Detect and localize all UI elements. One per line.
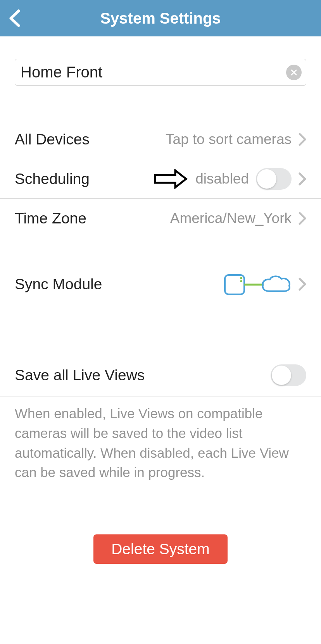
all-devices-value: Tap to sort cameras [166, 131, 292, 148]
svg-point-1 [240, 277, 242, 279]
sync-module-cloud-icon [223, 273, 292, 296]
delete-system-button[interactable]: Delete System [93, 534, 228, 564]
chevron-right-icon [299, 212, 306, 225]
scheduling-value: disabled [195, 171, 249, 187]
timezone-row[interactable]: Time Zone America/New_York [0, 199, 321, 238]
save-live-views-row: Save all Live Views [0, 354, 321, 397]
timezone-value: America/New_York [170, 210, 292, 227]
chevron-right-icon [299, 172, 306, 185]
scheduling-toggle[interactable] [256, 168, 292, 190]
sync-module-label: Sync Module [15, 276, 102, 293]
annotation-arrow-icon [154, 169, 188, 189]
svg-point-2 [240, 280, 242, 282]
timezone-label: Time Zone [15, 210, 86, 227]
clear-input-button[interactable] [286, 65, 302, 80]
save-live-views-label: Save all Live Views [15, 367, 145, 384]
scheduling-row[interactable]: Scheduling disabled [0, 159, 321, 199]
save-live-views-description: When enabled, Live Views on compatible c… [0, 397, 321, 483]
system-name-input[interactable] [15, 59, 306, 86]
scheduling-label: Scheduling [15, 170, 90, 187]
back-button[interactable] [9, 9, 21, 27]
chevron-right-icon [299, 133, 306, 146]
system-name-row [15, 59, 306, 86]
toggle-knob [272, 366, 291, 385]
chevron-left-icon [9, 9, 21, 27]
all-devices-label: All Devices [15, 131, 90, 148]
chevron-right-icon [299, 278, 306, 291]
page-title: System Settings [0, 10, 321, 27]
all-devices-row[interactable]: All Devices Tap to sort cameras [0, 120, 321, 159]
header: System Settings [0, 0, 321, 36]
close-icon [290, 69, 298, 76]
sync-module-row[interactable]: Sync Module [0, 264, 321, 304]
toggle-knob [257, 169, 276, 189]
save-live-views-toggle[interactable] [271, 364, 306, 386]
